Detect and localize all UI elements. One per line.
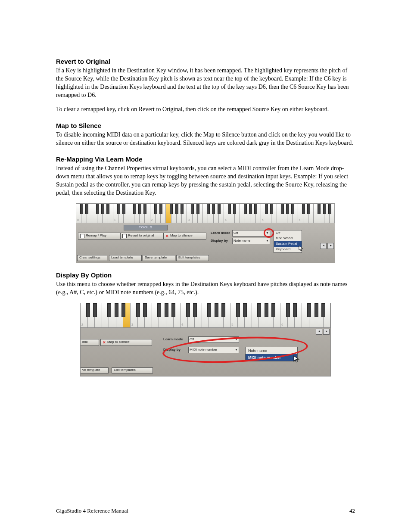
map-silence-button[interactable]: ✕ Map to silence [100,339,152,346]
chevron-down-icon: ▼ [266,239,269,243]
chevron-down-icon: ▼ [235,348,238,352]
map-silence-button[interactable]: ✕ Map to silence [163,233,206,240]
combo-value: MIDI note number [190,348,217,352]
figure-learn-mode: 0123456 ◂ ▸ TOOLS Remap / Play Revert to… [76,203,335,263]
display-by-combo[interactable]: Note name ▼ [232,238,270,244]
learn-mode-menu[interactable]: Off Mod Wheel Sustain Pedal Keyboard [274,230,302,253]
scroll-right-button[interactable]: ▸ [323,329,330,335]
scroll-left-button[interactable]: ◂ [320,243,327,249]
save-template-button-partial[interactable]: ve template [81,367,109,373]
remap-play-button[interactable]: Remap / Play [78,233,121,240]
menu-item[interactable]: Keyboard [274,247,302,252]
edit-templates-button[interactable]: Edit templates [176,255,209,261]
display-by-menu[interactable]: Note name MIDI note number [245,347,298,361]
chevron-down-icon: ▼ [235,337,238,341]
paragraph: If a Key is highlighted in the Destinati… [56,67,355,100]
display-by-label: Display by [211,239,228,243]
combo-value: Off [234,231,238,236]
button-label: inal [82,340,87,345]
learn-mode-combo[interactable]: Off ▼ [232,230,270,236]
paragraph: Use this menu to choose whether remapped… [56,280,355,297]
revert-original-button-partial[interactable]: inal [81,339,99,346]
learn-mode-combo[interactable]: Off ▼ [188,336,239,343]
button-label: Map to silence [170,233,193,238]
menu-item[interactable]: Mod Wheel [274,236,302,241]
cursor-icon [80,234,84,238]
keyboard[interactable]: 23456 [81,303,330,328]
display-by-combo[interactable]: MIDI note number ▼ [188,347,239,353]
scroll-left-button[interactable]: ◂ [316,329,322,335]
save-template-button[interactable]: Save template [143,255,175,261]
mouse-cursor-icon [293,355,301,363]
x-icon: ✕ [165,234,169,238]
menu-item[interactable]: Off [274,230,302,236]
button-label: Revert to original [128,233,154,238]
display-by-label: Display by [163,348,181,352]
clear-settings-button[interactable]: Clear settings [77,255,107,261]
x-icon: ✕ [103,341,106,344]
keyboard[interactable]: 0123456 [76,204,335,223]
tools-header: TOOLS [124,225,168,230]
heading-learn: Re-Mapping Via Learn Mode [56,155,355,164]
heading-display-by: Display By Option [56,271,355,280]
edit-templates-button[interactable]: Edit templates [112,367,153,373]
combo-value: Note name [234,239,250,243]
heading-revert: Revert to Original [56,57,355,66]
figure-display-by: 23456 ◂ ▸ inal ✕ Map to silence Learn mo… [80,303,331,376]
menu-item[interactable]: MIDI note number [246,354,297,361]
button-label: Map to silence [107,340,130,345]
scroll-right-button[interactable]: ▸ [327,243,334,249]
heading-silence: Map to Silence [56,121,355,130]
paragraph: To clear a remapped key, click on Revert… [56,106,355,114]
learn-mode-label: Learn mode [163,337,183,342]
load-template-button[interactable]: Load template [109,255,142,261]
chevron-down-icon: ▼ [266,231,269,235]
revert-original-button[interactable]: Revert to original [120,233,165,240]
menu-item[interactable]: Note name [246,347,297,354]
paragraph: Instead of using the Channel Properties … [56,165,355,197]
paragraph: To disable incoming MIDI data on a parti… [56,131,355,147]
arrow-icon [122,234,127,238]
combo-value: Off [190,337,194,342]
button-label: Remap / Play [86,233,106,238]
menu-item[interactable]: Sustain Pedal [274,241,302,247]
mouse-cursor-icon [299,246,305,252]
learn-mode-label: Learn mode [211,231,230,236]
